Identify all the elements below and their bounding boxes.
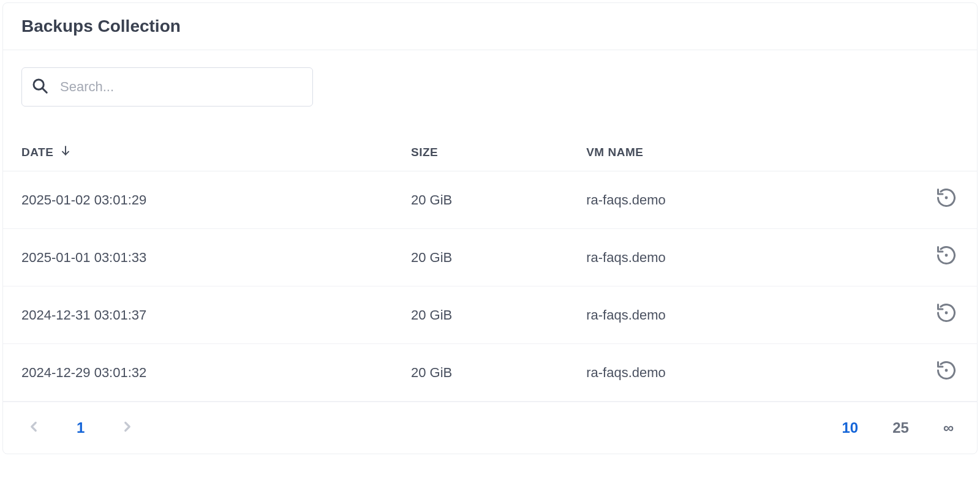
col-header-date-label: DATE [21, 146, 53, 159]
restore-icon [935, 302, 957, 327]
restore-button[interactable] [934, 245, 959, 269]
table-row: 2025-01-01 03:01:3320 GiBra-faqs.demo [3, 229, 977, 286]
svg-point-3 [945, 196, 948, 200]
table-header-row: DATE SIZE VM NAME [3, 133, 977, 171]
cell-size: 20 GiB [393, 229, 568, 286]
table-row: 2025-01-02 03:01:2920 GiBra-faqs.demo [3, 171, 977, 229]
cell-actions [899, 229, 977, 286]
table-row: 2024-12-29 03:01:3220 GiBra-faqs.demo [3, 344, 977, 402]
prev-page-button[interactable] [21, 416, 46, 440]
restore-icon [935, 244, 957, 270]
cell-vm: ra-faqs.demo [568, 344, 899, 402]
col-header-vm[interactable]: VM NAME [568, 133, 899, 171]
page-size-options: 1025∞ [837, 417, 959, 439]
search-box[interactable] [21, 67, 313, 107]
page-size-option[interactable]: 25 [888, 417, 914, 439]
svg-point-5 [945, 312, 948, 315]
restore-icon [935, 359, 957, 385]
search-icon [31, 77, 49, 98]
chevron-right-icon [119, 419, 135, 438]
cell-vm: ra-faqs.demo [568, 171, 899, 229]
col-header-date[interactable]: DATE [3, 133, 393, 171]
card-header: Backups Collection [3, 3, 977, 50]
cell-actions [899, 286, 977, 344]
backups-table: DATE SIZE VM NAME 2025-01-02 03:01:2920 … [3, 133, 977, 402]
pager: 1 1025∞ [3, 402, 977, 454]
page-size-option[interactable]: ∞ [938, 417, 959, 439]
next-page-button[interactable] [115, 416, 140, 440]
restore-icon [935, 187, 957, 212]
restore-button[interactable] [934, 360, 959, 384]
cell-size: 20 GiB [393, 344, 568, 402]
backups-card: Backups Collection DATE [2, 2, 978, 454]
sort-desc-icon [59, 144, 72, 160]
svg-point-6 [945, 369, 948, 372]
page-number-current[interactable]: 1 [70, 417, 91, 439]
svg-line-1 [42, 88, 47, 92]
cell-date: 2024-12-29 03:01:32 [3, 344, 393, 402]
col-header-actions [899, 133, 977, 171]
cell-vm: ra-faqs.demo [568, 229, 899, 286]
page-size-option[interactable]: 10 [837, 417, 863, 439]
svg-point-4 [945, 254, 948, 257]
col-header-size[interactable]: SIZE [393, 133, 568, 171]
restore-button[interactable] [934, 302, 959, 327]
cell-size: 20 GiB [393, 286, 568, 344]
pager-nav: 1 [21, 416, 140, 440]
cell-date: 2025-01-02 03:01:29 [3, 171, 393, 229]
cell-date: 2025-01-01 03:01:33 [3, 229, 393, 286]
restore-button[interactable] [934, 187, 959, 212]
cell-actions [899, 344, 977, 402]
search-input[interactable] [59, 78, 304, 95]
table-row: 2024-12-31 03:01:3720 GiBra-faqs.demo [3, 286, 977, 344]
search-section [3, 50, 977, 133]
page-title: Backups Collection [21, 17, 959, 36]
chevron-left-icon [26, 419, 42, 438]
cell-date: 2024-12-31 03:01:37 [3, 286, 393, 344]
cell-size: 20 GiB [393, 171, 568, 229]
cell-vm: ra-faqs.demo [568, 286, 899, 344]
cell-actions [899, 171, 977, 229]
